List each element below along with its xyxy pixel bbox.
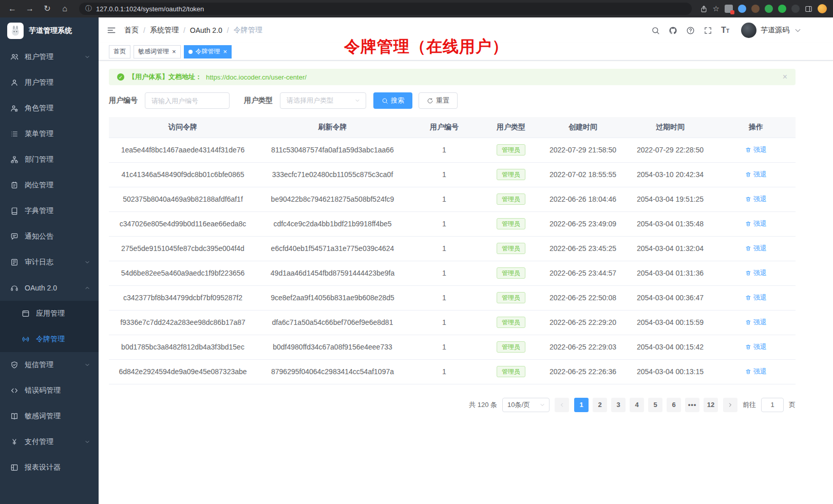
fullscreen-icon[interactable] xyxy=(704,26,712,35)
force-logout-button[interactable]: 强退 xyxy=(745,170,767,179)
pager-ellipsis[interactable]: ••• xyxy=(685,398,699,412)
force-logout-button[interactable]: 强退 xyxy=(745,318,767,327)
hamburger-icon[interactable] xyxy=(107,26,116,35)
force-logout-button[interactable]: 强退 xyxy=(745,195,767,204)
page-button-4[interactable]: 4 xyxy=(630,398,644,412)
close-icon[interactable]: × xyxy=(223,48,228,55)
extension-icon-1[interactable] xyxy=(725,5,733,13)
page-button-5[interactable]: 5 xyxy=(648,398,662,412)
browser-profile-avatar[interactable] xyxy=(818,4,827,13)
breadcrumb-item[interactable]: 系统管理 xyxy=(150,26,179,35)
column-header: 用户编号 xyxy=(408,117,480,138)
extension-icon-3[interactable] xyxy=(751,5,760,13)
sidebar-item-tenant[interactable]: 租户管理 xyxy=(0,44,99,70)
address-bar[interactable]: ⓘ 127.0.0.1:1024/system/oauth2/token xyxy=(79,3,692,15)
access-token-cell: c347026e805e4d99b0d116eae66eda8c xyxy=(109,211,257,236)
close-icon[interactable]: × xyxy=(172,48,176,55)
force-logout-button[interactable]: 强退 xyxy=(745,268,767,278)
force-logout-button[interactable]: 强退 xyxy=(745,145,767,154)
access-token-cell: 275e5de9151045fe87cbdc395e004f4d xyxy=(109,236,257,261)
search-button[interactable]: 搜索 xyxy=(373,92,412,109)
github-icon[interactable] xyxy=(669,26,677,35)
force-logout-label: 强退 xyxy=(753,195,767,204)
sidebar-item-dept[interactable]: 部门管理 xyxy=(0,147,99,172)
goto-page-input[interactable] xyxy=(761,398,784,412)
pager-pages: 123456•••12 xyxy=(574,398,718,412)
sidebar-item-notice[interactable]: 通知公告 xyxy=(0,224,99,249)
force-logout-label: 强退 xyxy=(753,145,767,154)
sidebar-item-menu[interactable]: 菜单管理 xyxy=(0,121,99,147)
forward-icon[interactable]: → xyxy=(24,0,36,17)
sidebar-item-dict[interactable]: 字典管理 xyxy=(0,198,99,224)
breadcrumb-item[interactable]: 首页 xyxy=(124,26,139,35)
share-icon[interactable] xyxy=(700,5,708,13)
home-icon[interactable]: ⌂ xyxy=(59,0,71,17)
doc-link[interactable]: https://doc.iocoder.cn/user-center/ xyxy=(206,73,307,81)
site-info-icon[interactable]: ⓘ xyxy=(85,4,92,13)
app-logo[interactable]: 芋道管理系统 xyxy=(0,17,99,44)
page-button-2[interactable]: 2 xyxy=(593,398,607,412)
sidebar-item-oauth2-app[interactable]: 应用管理 xyxy=(0,301,99,326)
tab-sensitive[interactable]: 敏感词管理× xyxy=(134,45,181,59)
created-time-cell: 2022-06-25 23:44:57 xyxy=(542,261,624,285)
sidebar-item-sensitive[interactable]: 敏感词管理 xyxy=(0,403,99,429)
refresh-icon xyxy=(427,98,433,104)
url-text: 127.0.0.1:1024/system/oauth2/token xyxy=(96,5,204,13)
refresh-token-cell: b0df4980ffd34c67a08f9156e4eee733 xyxy=(257,335,408,359)
sidebar-item-oauth2[interactable]: OAuth 2.0 xyxy=(0,275,99,301)
user-menu[interactable]: 芋道源码 xyxy=(741,23,802,38)
page-button-1[interactable]: 1 xyxy=(574,398,589,412)
report-icon xyxy=(10,463,18,472)
page-size-select[interactable]: 10条/页 xyxy=(502,398,550,412)
force-logout-button[interactable]: 强退 xyxy=(745,342,767,352)
search-icon[interactable] xyxy=(651,26,660,35)
user-type-select[interactable]: 请选择用户类型 xyxy=(280,92,366,109)
sidebar-item-post[interactable]: 岗位管理 xyxy=(0,172,99,198)
sidebar-item-oauth2-token[interactable]: 令牌管理 xyxy=(0,326,99,352)
force-logout-button[interactable]: 强退 xyxy=(745,293,767,302)
extension-icon-5[interactable] xyxy=(778,5,786,13)
tab-home[interactable]: 首页 xyxy=(109,45,130,59)
side-panel-icon[interactable] xyxy=(805,5,812,13)
sidebar-item-sms[interactable]: 短信管理 xyxy=(0,352,99,378)
prev-page-button[interactable] xyxy=(555,398,569,412)
sidebar-item-report[interactable]: 报表设计器 xyxy=(0,455,99,480)
extension-icon-6[interactable] xyxy=(791,5,800,13)
table-row: 41c41346a548490f9dc8b01c6bfe0865333ecfc7… xyxy=(109,162,796,187)
sidebar-item-label: 通知公告 xyxy=(25,232,53,241)
bookmark-star-icon[interactable]: ☆ xyxy=(713,4,720,13)
sidebar-item-audit-log[interactable]: 审计日志 xyxy=(0,249,99,275)
extension-icon-2[interactable] xyxy=(738,5,746,13)
user-type-badge: 管理员 xyxy=(497,144,525,156)
column-header: 用户类型 xyxy=(480,117,542,138)
back-icon[interactable]: ← xyxy=(6,0,18,17)
user-id-input[interactable] xyxy=(145,92,230,109)
sidebar-item-user[interactable]: 用户管理 xyxy=(0,70,99,95)
sidebar-item-label: 字典管理 xyxy=(25,206,53,216)
reset-button[interactable]: 重置 xyxy=(419,92,458,109)
trash-icon xyxy=(745,319,751,325)
reload-icon[interactable]: ↻ xyxy=(41,0,53,17)
tab-token[interactable]: 令牌管理× xyxy=(184,45,232,59)
created-time-cell: 2022-06-25 22:50:08 xyxy=(542,285,624,310)
font-size-icon[interactable]: TT xyxy=(721,26,729,34)
sidebar-item-error-code[interactable]: 错误码管理 xyxy=(0,378,99,403)
alert-close-icon[interactable]: × xyxy=(783,73,787,81)
user-type-cell: 管理员 xyxy=(480,187,542,211)
force-logout-button[interactable]: 强退 xyxy=(745,244,767,253)
expire-time-cell: 2054-03-04 19:51:25 xyxy=(624,187,716,211)
page-button-3[interactable]: 3 xyxy=(611,398,626,412)
user-type-cell: 管理员 xyxy=(480,335,542,359)
sidebar-item-pay[interactable]: 支付管理 xyxy=(0,429,99,455)
sidebar-item-role[interactable]: 角色管理 xyxy=(0,95,99,121)
refresh-token-cell: cdfc4ce9c2da4bb1bdf21b9918ff4be5 xyxy=(257,211,408,236)
breadcrumb-item[interactable]: OAuth 2.0 xyxy=(190,26,222,34)
page-button-6[interactable]: 6 xyxy=(667,398,681,412)
force-logout-button[interactable]: 强退 xyxy=(745,219,767,228)
help-icon[interactable] xyxy=(686,26,695,35)
extension-icon-4[interactable] xyxy=(765,5,773,13)
force-logout-button[interactable]: 强退 xyxy=(745,367,767,376)
page-button-12[interactable]: 12 xyxy=(704,398,718,412)
page-content: ✓ 【用户体系】文档地址： https://doc.iocoder.cn/use… xyxy=(99,61,833,412)
next-page-button[interactable] xyxy=(723,398,737,412)
